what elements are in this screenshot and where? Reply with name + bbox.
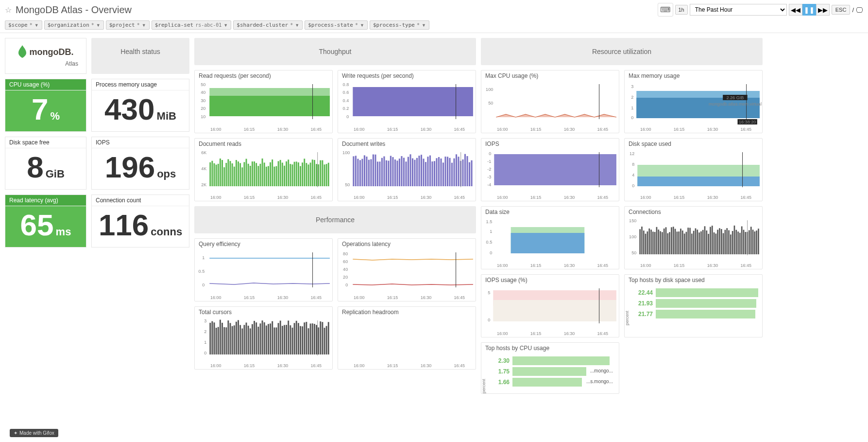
svg-rect-233 (494, 154, 616, 185)
svg-text:50: 50 (345, 182, 350, 187)
svg-text:100: 100 (342, 150, 350, 155)
svg-rect-98 (390, 156, 391, 186)
chart-disk-used[interactable]: Disk space used 12840 16:0016:1516:3016:… (624, 138, 763, 201)
bar-row[interactable]: 21.77 (633, 310, 758, 318)
filter-pill[interactable]: $sharded-cluster*▼ (233, 20, 303, 30)
forward-button[interactable]: ▶▶ (816, 4, 830, 16)
filter-pill[interactable]: $process-type*▼ (370, 20, 429, 30)
svg-rect-51 (276, 166, 277, 186)
svg-rect-94 (381, 158, 383, 186)
keyboard-icon[interactable]: ⌨ (658, 3, 673, 17)
chart-cursors[interactable]: Total cursors 0123 16:0016:1516:3016:45 (194, 306, 333, 370)
svg-rect-258 (652, 231, 654, 254)
svg-rect-108 (412, 159, 413, 186)
svg-rect-76 (326, 164, 327, 186)
pause-button[interactable]: ❚❚ (802, 4, 816, 16)
svg-rect-57 (288, 159, 289, 186)
chart-query-eff[interactable]: Query efficiency 10.50 16:0016:1516:3016… (194, 238, 333, 301)
svg-text:2K: 2K (201, 182, 206, 187)
filter-pill[interactable]: $process-state*▼ (305, 20, 368, 30)
svg-text:4K: 4K (201, 166, 206, 171)
chart-iops[interactable]: IOPS 0-1-2-3-4 16:0016:1516:3016:45 (481, 138, 619, 201)
svg-rect-206 (318, 327, 319, 354)
svg-rect-54 (282, 163, 283, 186)
svg-rect-208 (322, 322, 323, 354)
svg-rect-97 (388, 160, 389, 186)
svg-rect-86 (364, 155, 365, 186)
svg-rect-193 (292, 328, 293, 354)
svg-rect-282 (697, 230, 698, 254)
favorite-star-icon[interactable]: ☆ (5, 5, 12, 15)
bar-row[interactable]: 2.30 (490, 356, 615, 365)
chart-doc-writes[interactable]: Document writes 50100 16:0016:1516:3016:… (338, 138, 476, 201)
svg-rect-112 (421, 155, 422, 186)
svg-rect-168 (241, 328, 243, 354)
svg-text:-2: -2 (487, 167, 491, 172)
chart-connections[interactable]: Connections 50100150 16:0016:1516:3016:4… (624, 206, 763, 269)
svg-text:0: 0 (346, 114, 349, 119)
svg-rect-102 (399, 159, 400, 186)
bar-row[interactable]: 1.66...s.mongo... (490, 378, 615, 387)
svg-rect-24 (221, 160, 223, 186)
stat-disk-free[interactable]: Disk space free 8GiB (5, 137, 86, 190)
svg-rect-191 (288, 320, 289, 354)
stat-conn[interactable]: Connection count 116conns (91, 194, 189, 248)
filter-pill[interactable]: $scope*▼ (5, 20, 42, 30)
chart-ops-latency[interactable]: Operations latency 806040200 16:0016:151… (338, 238, 476, 301)
svg-rect-99 (392, 157, 393, 186)
chart-repl-headroom[interactable]: Replication headroom 16:0016:1516:3016:4… (338, 306, 476, 370)
svg-rect-38 (250, 166, 251, 186)
bar-row[interactable]: 1.75...mongo... (490, 367, 615, 376)
svg-rect-172 (250, 328, 251, 354)
top-cpu-card[interactable]: Top hosts by CPU usage percent 2.301.75.… (481, 342, 619, 394)
svg-rect-184 (273, 327, 275, 354)
svg-rect-48 (270, 162, 271, 186)
top-disk-card[interactable]: Top hosts by disk space used percent 22.… (624, 274, 763, 337)
svg-rect-272 (678, 231, 680, 254)
bar-row[interactable]: 22.44 (633, 288, 758, 297)
svg-rect-41 (255, 163, 257, 186)
svg-rect-160 (225, 327, 227, 354)
esc-button[interactable]: ESC (832, 5, 851, 15)
svg-rect-314 (756, 230, 757, 254)
svg-rect-39 (252, 161, 253, 186)
stat-latency[interactable]: Read latency (avg) 65ms (5, 194, 86, 248)
svg-text:12: 12 (630, 151, 634, 156)
svg-rect-18 (209, 162, 211, 186)
svg-rect-187 (280, 320, 281, 354)
chart-max-cpu[interactable]: Max CPU usage (%) 10050 16:0016:1516:301… (481, 70, 619, 133)
svg-rect-273 (680, 229, 681, 254)
bar-row[interactable]: 21.93 (633, 299, 758, 308)
rewind-button[interactable]: ◀◀ (789, 4, 802, 16)
chart-data-size[interactable]: Data size 1.510.50 16:0016:1516:3016:45 (481, 206, 619, 269)
filter-pill[interactable]: $project*▼ (106, 20, 150, 30)
svg-text:8: 8 (632, 162, 634, 167)
stat-cpu[interactable]: CPU usage (%) 7% (5, 79, 86, 132)
svg-rect-157 (220, 320, 221, 354)
svg-rect-257 (650, 230, 652, 254)
svg-text:0: 0 (632, 183, 634, 188)
svg-rect-285 (702, 230, 704, 254)
filter-pill[interactable]: $replica-setrs-abc-01▼ (152, 20, 232, 30)
svg-rect-66 (306, 163, 307, 186)
svg-rect-211 (328, 322, 329, 354)
svg-rect-186 (278, 323, 279, 354)
chart-write-requests[interactable]: Write requests (per second) 00.20.40.60.… (338, 70, 476, 133)
svg-text:0: 0 (489, 151, 491, 156)
duration-button[interactable]: 1h (675, 5, 688, 15)
svg-rect-106 (408, 157, 409, 186)
time-range-select[interactable]: The Past Hour (690, 4, 787, 16)
chart-max-mem[interactable]: Max memory usage 3210 2.26 GIB mongodb.a… (624, 70, 763, 133)
filter-pill[interactable]: $organization*▼ (44, 20, 104, 30)
svg-rect-131 (462, 159, 463, 186)
svg-rect-122 (443, 162, 444, 186)
stat-mem[interactable]: Process memory usage 430MiB (91, 79, 189, 132)
chart-doc-reads[interactable]: Document reads 2K4K6K 16:0016:1516:3016:… (194, 138, 333, 201)
stat-iops[interactable]: IOPS 196ops (91, 137, 189, 190)
chart-read-requests[interactable]: Read requests (per second) 1020304050 16… (194, 70, 333, 133)
chart-iops-pct[interactable]: IOPS usage (%) 50 16:0016:1516:3016:45 (481, 274, 619, 337)
svg-rect-175 (255, 322, 257, 354)
svg-rect-158 (221, 323, 223, 354)
fullscreen-icon[interactable]: 🖵 (856, 6, 863, 14)
svg-rect-36 (246, 159, 247, 186)
